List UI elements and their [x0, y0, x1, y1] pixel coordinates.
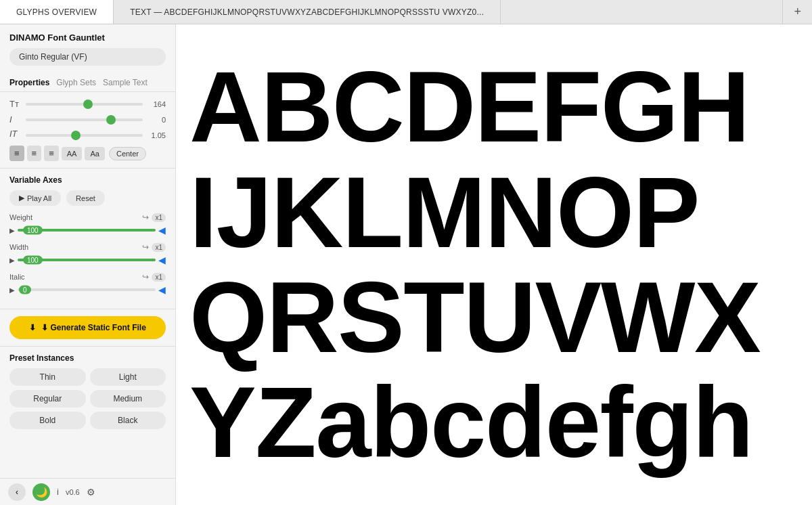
- width-value-bubble: 100: [23, 256, 43, 265]
- presets-section: Preset Instances Thin Light Regular Medi…: [0, 347, 175, 436]
- weight-x1-badge: x1: [152, 213, 166, 222]
- bottom-bar: ‹ 🌙 i v0.6 ⚙: [0, 478, 175, 505]
- preset-grid: Thin Light Regular Medium Bold Black: [9, 368, 166, 429]
- italic-controls-right: ↪ x1: [142, 272, 166, 282]
- dark-mode-toggle[interactable]: 🌙: [32, 483, 50, 501]
- preset-black[interactable]: Black: [90, 412, 166, 429]
- width-slider-row: ▶ 100 ◀: [9, 255, 166, 265]
- line-height-row: IT 1.05: [9, 130, 166, 140]
- tab-sample-text[interactable]: Sample Text: [103, 78, 148, 87]
- tracking-slider[interactable]: [26, 118, 143, 121]
- play-icon: ▶: [19, 194, 24, 202]
- width-track-container: 100: [18, 259, 156, 261]
- align-left-button[interactable]: ≡: [9, 146, 24, 161]
- axes-controls: ▶ Play All Reset: [9, 190, 166, 206]
- version-badge: v0.6: [66, 488, 80, 496]
- font-size-value: 164: [147, 100, 166, 108]
- generate-section: ⬇ ⬇ Generate Static Font File: [0, 309, 175, 347]
- italic-axis: Italic ↪ x1 ▶ 0 ◀: [9, 272, 166, 295]
- main-layout: DINAMO Font Gauntlet Ginto Regular (VF) …: [0, 24, 812, 505]
- weight-slider-row: ▶ 100 ◀: [9, 225, 166, 236]
- property-tabs: Properties Glyph Sets Sample Text: [0, 71, 175, 92]
- weight-label: Weight: [9, 213, 32, 221]
- line-height-slider[interactable]: [26, 134, 143, 137]
- italic-label: Italic: [9, 273, 25, 281]
- text-size-aa-small-button[interactable]: Aa: [85, 147, 104, 160]
- settings-button[interactable]: ⚙: [87, 487, 95, 498]
- text-controls: ≡ ≡ ≡ AA Aa Center: [9, 146, 166, 161]
- app-title: DINAMO Font Gauntlet: [9, 32, 166, 43]
- download-icon: ⬇: [29, 323, 36, 332]
- width-end-arrow[interactable]: ◀: [158, 255, 166, 265]
- width-label: Width: [9, 243, 28, 251]
- tab-glyphs-overview[interactable]: GLYPHS OVERVIEW: [0, 0, 114, 24]
- weight-label-row: Weight ↪ x1: [9, 213, 166, 222]
- italic-play-button[interactable]: ▶: [9, 286, 15, 294]
- weight-track[interactable]: 100: [18, 229, 156, 232]
- moon-icon: 🌙: [36, 487, 47, 498]
- width-track[interactable]: 100: [18, 259, 156, 261]
- info-icon: i: [57, 487, 59, 497]
- tracking-icon: I: [9, 114, 22, 125]
- sidebar: DINAMO Font Gauntlet Ginto Regular (VF) …: [0, 24, 176, 505]
- width-axis: Width ↪ x1 ▶ 100 ◀: [9, 242, 166, 265]
- generate-label: ⬇ Generate Static Font File: [41, 323, 146, 332]
- weight-track-container: 100: [18, 229, 156, 232]
- italic-track[interactable]: 0: [18, 288, 156, 291]
- preset-medium[interactable]: Medium: [90, 390, 166, 408]
- variable-axes-title: Variable Axes: [9, 175, 166, 185]
- variable-axes-section: Variable Axes ▶ Play All Reset Weight ↪ …: [0, 169, 175, 309]
- play-all-button[interactable]: ▶ Play All: [9, 190, 61, 206]
- weight-value-bubble: 100: [23, 226, 43, 235]
- sidebar-header: DINAMO Font Gauntlet Ginto Regular (VF): [0, 24, 175, 71]
- sidebar-collapse-button[interactable]: ‹: [8, 483, 26, 501]
- weight-play-button[interactable]: ▶: [9, 227, 15, 234]
- font-size-slider[interactable]: [26, 103, 143, 106]
- generate-font-button[interactable]: ⬇ ⬇ Generate Static Font File: [9, 316, 166, 339]
- preset-regular[interactable]: Regular: [9, 390, 86, 408]
- presets-title: Preset Instances: [9, 353, 166, 363]
- width-controls-right: ↪ x1: [142, 242, 166, 252]
- tab-add-button[interactable]: +: [782, 0, 812, 24]
- width-label-row: Width ↪ x1: [9, 242, 166, 252]
- tracking-value: 0: [147, 116, 166, 124]
- align-right-button[interactable]: ≡: [44, 146, 59, 161]
- italic-track-container: 0: [18, 288, 156, 291]
- font-size-icon: Tт: [9, 99, 22, 109]
- text-size-aa-button[interactable]: AA: [62, 147, 83, 160]
- italic-value-bubble: 0: [19, 286, 31, 294]
- italic-curve-button[interactable]: ↪: [142, 272, 149, 282]
- italic-x1-badge: x1: [152, 273, 166, 282]
- info-button[interactable]: i: [57, 487, 59, 497]
- align-center-button[interactable]: ≡: [27, 146, 42, 161]
- weight-controls-right: ↪ x1: [142, 213, 166, 222]
- properties-section: Tт 164 I 0 IT 1.05 ≡ ≡ ≡ AA Aa Center: [0, 92, 175, 169]
- chevron-left-icon: ‹: [16, 487, 18, 497]
- gear-icon: ⚙: [87, 487, 95, 498]
- preset-bold[interactable]: Bold: [9, 412, 86, 429]
- italic-slider-row: ▶ 0 ◀: [9, 284, 166, 295]
- preview-text: ABCDEFGH IJKLMNOP QRSTUVWX YZabcdefgh: [189, 54, 760, 475]
- font-size-row: Tт 164: [9, 99, 166, 109]
- weight-axis: Weight ↪ x1 ▶ 100 ◀: [9, 213, 166, 236]
- font-selector-button[interactable]: Ginto Regular (VF): [9, 48, 166, 66]
- preview-area: ABCDEFGH IJKLMNOP QRSTUVWX YZabcdefgh: [176, 24, 812, 505]
- tab-text[interactable]: TEXT — ABCDEFGHIJKLMNOPQRSTUVWXYZABCDEFG…: [114, 0, 501, 24]
- width-x1-badge: x1: [152, 243, 166, 252]
- italic-end-arrow[interactable]: ◀: [158, 284, 166, 295]
- reset-button[interactable]: Reset: [66, 190, 105, 206]
- weight-end-arrow[interactable]: ◀: [158, 225, 166, 236]
- italic-label-row: Italic ↪ x1: [9, 272, 166, 282]
- preset-light[interactable]: Light: [90, 368, 166, 386]
- tab-glyph-sets[interactable]: Glyph Sets: [56, 78, 96, 87]
- tab-properties[interactable]: Properties: [9, 78, 49, 87]
- center-button[interactable]: Center: [109, 147, 146, 160]
- preset-thin[interactable]: Thin: [9, 368, 86, 386]
- tracking-row: I 0: [9, 114, 166, 125]
- weight-curve-button[interactable]: ↪: [142, 213, 149, 222]
- width-curve-button[interactable]: ↪: [142, 242, 149, 252]
- play-all-label: Play All: [27, 194, 51, 202]
- width-play-button[interactable]: ▶: [9, 257, 15, 264]
- top-tab-bar: GLYPHS OVERVIEW TEXT — ABCDEFGHIJKLMNOPQ…: [0, 0, 812, 24]
- line-height-value: 1.05: [147, 131, 166, 139]
